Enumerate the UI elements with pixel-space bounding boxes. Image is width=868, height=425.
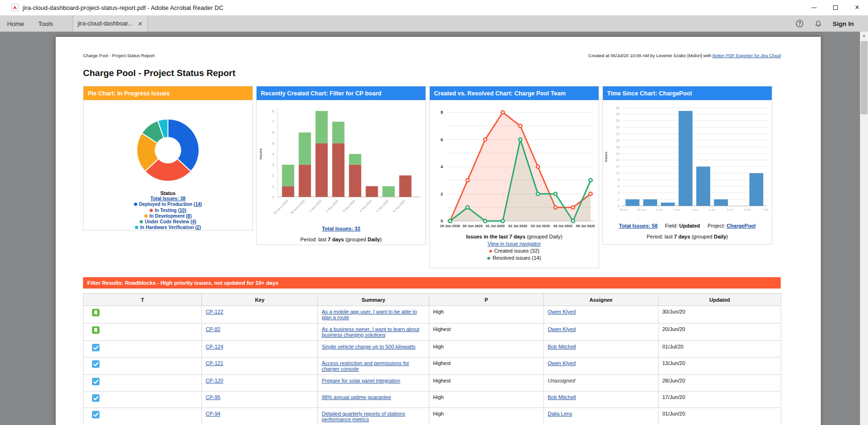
issue-summary-link[interactable]: As a mobile app user, I want to be able …: [322, 309, 417, 320]
svg-text:1-July-2020: 1-July-2020: [308, 199, 322, 213]
close-icon: ×: [855, 3, 859, 12]
table-row: CP-82As a business owner, I want to lear…: [83, 323, 781, 341]
svg-text:8: 8: [618, 178, 619, 181]
svg-text:0: 0: [441, 219, 443, 223]
issue-summary-link[interactable]: As a business owner, I want to learn abo…: [322, 326, 419, 338]
priority-cell: Highest: [429, 357, 544, 375]
svg-text:2-July-2020: 2-July-2020: [325, 199, 339, 213]
pie-legend-count-link[interactable]: 10: [180, 208, 185, 213]
view-in-issue-navigator-link[interactable]: View in Issue navigator: [488, 241, 541, 246]
table-row: CP-121Access restriction and permissions…: [83, 357, 781, 375]
pie-legend-count-link[interactable]: 14: [195, 202, 200, 207]
svg-text:7: 7: [272, 120, 274, 123]
priority-cell: Highest: [429, 375, 544, 391]
type-cell: [83, 306, 202, 323]
assignee-link[interactable]: Owen Klyed: [548, 326, 576, 332]
key-cell: CP-120: [202, 375, 318, 391]
created-vs-resolved-panel: Created vs. Resolved Chart: Charge Pool …: [429, 86, 599, 268]
assignee-cell: Dalia Lens: [544, 408, 659, 425]
pdf-page: Charge Pool - Project Status Report Crea…: [56, 37, 821, 425]
svg-text:02 Jul 2020: 02 Jul 2020: [508, 224, 527, 228]
tab-close-icon[interactable]: ✕: [138, 20, 143, 27]
issue-table: T Key Summary P Assignee Updated CP-122A…: [83, 293, 781, 425]
created-vs-resolved-chart: 0246829 Jun 202030 Jun 202001 Jul 202002…: [430, 100, 599, 229]
time-since-chart: 024681012141618202224262830Issues29-Jun3…: [603, 100, 772, 216]
svg-text:29-June-2020: 29-June-2020: [273, 199, 289, 215]
col-key: Key: [202, 294, 318, 306]
issue-key-link[interactable]: CP-121: [206, 360, 223, 366]
maximize-icon: [833, 5, 838, 10]
bell-icon[interactable]: [814, 20, 822, 28]
issue-summary-link[interactable]: Single vehicle charge up to 500 kilowatt…: [322, 344, 416, 349]
tab-home[interactable]: Home: [0, 16, 31, 32]
created-vs-resolved-header: Created vs. Resolved Chart: Charge Pool …: [430, 86, 599, 100]
svg-text:14: 14: [616, 158, 620, 162]
issue-key-link[interactable]: CP-124: [206, 344, 223, 349]
key-cell: CP-82: [202, 323, 318, 341]
issue-key-link[interactable]: CP-122: [206, 309, 223, 314]
svg-text:8: 8: [272, 110, 274, 113]
window-controls: ×: [803, 0, 868, 15]
resolved-issues-legend: Resolved issues (14): [430, 255, 599, 262]
svg-text:Issues: Issues: [604, 152, 608, 162]
issue-summary-link[interactable]: Detailed quarterly reports of stations p…: [322, 411, 405, 422]
project-link[interactable]: ChargePool: [726, 223, 756, 229]
issue-summary-link[interactable]: 98% annual uptime guarantee: [322, 394, 391, 400]
vertical-scrollbar[interactable]: ▲: [860, 32, 868, 425]
col-type: T: [83, 294, 202, 306]
task-icon: [92, 378, 100, 385]
svg-text:6-Jul: 6-Jul: [744, 208, 751, 211]
minimize-button[interactable]: [803, 0, 825, 15]
dashboard-panels: Pie Chart: In Progress Issues Status Tot…: [83, 86, 781, 268]
assignee-link[interactable]: Bob Mitchell: [548, 344, 576, 349]
help-icon[interactable]: ?: [795, 19, 804, 28]
svg-text:2: 2: [618, 198, 619, 201]
svg-text:28: 28: [616, 112, 620, 116]
type-cell: [83, 341, 202, 357]
svg-text:?: ?: [798, 21, 801, 26]
assignee-link[interactable]: Bob Mitchell: [548, 394, 576, 400]
document-tab[interactable]: jira-cloud-dashboar... ✕: [73, 16, 148, 32]
summary-cell: Single vehicle charge up to 500 kilowatt…: [318, 341, 429, 357]
scroll-up-icon[interactable]: ▲: [860, 32, 868, 39]
svg-text:12: 12: [616, 165, 620, 168]
assignee-link[interactable]: Dalia Lens: [548, 411, 572, 416]
tab-tools[interactable]: Tools: [31, 16, 60, 32]
col-assignee: Assignee: [544, 294, 659, 306]
issue-key-link[interactable]: CP-82: [206, 326, 220, 332]
filter-results-header: Filter Results: Roadblocks - High priori…: [83, 277, 781, 289]
time-since-total-link[interactable]: Total Issues: 58: [619, 223, 658, 229]
scrollbar-thumb[interactable]: [860, 41, 868, 114]
pie-legend-title: Status: [83, 190, 252, 196]
svg-text:1: 1: [272, 185, 274, 188]
maximize-button[interactable]: [825, 0, 846, 15]
issue-key-link[interactable]: CP-95: [206, 394, 220, 400]
svg-text:5-Jul: 5-Jul: [726, 208, 733, 211]
priority-cell: Highest: [429, 323, 544, 341]
recently-created-panel: Recently Created Chart: Filter for CP bo…: [256, 86, 426, 245]
issue-summary-link[interactable]: Access restriction and permissions for c…: [322, 360, 409, 372]
table-row: CP-9598% annual uptime guaranteeHighBob …: [83, 391, 781, 408]
close-button[interactable]: ×: [846, 0, 868, 15]
svg-text:8: 8: [441, 110, 443, 115]
title-bar: jira-cloud-dashboard-project-status-repo…: [0, 0, 868, 16]
pie-legend-items: Deployed to Production (14)In Testing (1…: [83, 202, 252, 230]
recently-created-total-link[interactable]: Total Issues: 32: [322, 226, 360, 231]
pie-legend-item: Deployed to Production (14): [83, 202, 252, 207]
svg-text:6: 6: [441, 137, 443, 142]
svg-text:2-Jul: 2-Jul: [674, 208, 680, 211]
svg-text:30-Jun: 30-Jun: [637, 208, 645, 211]
better-pdf-exporter-link[interactable]: Better PDF Exporter for Jira Cloud: [712, 53, 781, 58]
assignee-link[interactable]: Owen Klyed: [548, 309, 576, 314]
table-row: CP-122As a mobile app user, I want to be…: [83, 306, 781, 323]
pdf-header-left: Charge Pool - Project Status Report: [83, 53, 155, 58]
task-icon: [92, 360, 100, 368]
time-since-footer-line1: Total Issues: 58Field: UpdatedProject: C…: [603, 222, 772, 230]
pie-total-issues-link[interactable]: Total Issues: 38: [150, 196, 185, 201]
svg-text:04 Jul 2020: 04 Jul 2020: [553, 224, 572, 228]
sign-in-button[interactable]: Sign In: [833, 20, 854, 27]
issue-summary-link[interactable]: Prepare for solar panel integration: [322, 378, 400, 383]
issue-key-link[interactable]: CP-94: [206, 411, 220, 416]
issue-key-link[interactable]: CP-120: [206, 378, 223, 383]
assignee-link[interactable]: Owen Klyed: [548, 360, 576, 366]
